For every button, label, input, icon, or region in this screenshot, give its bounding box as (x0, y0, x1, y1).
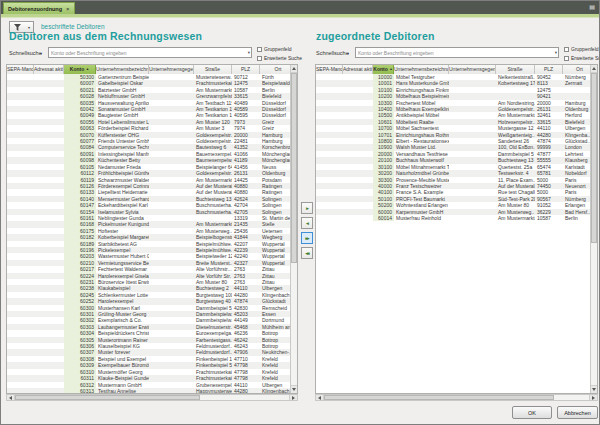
cell-adressat-aktiv (343, 215, 373, 221)
left-search-input[interactable] (51, 48, 241, 57)
table-body: 50300Gartenzentrum BeispielfurthMusterwi… (7, 74, 290, 393)
scroll-down-icon[interactable] (291, 385, 297, 393)
tab-list-icon[interactable]: ▤ (589, 4, 595, 11)
checkbox-label: Gruppenfeld (264, 46, 292, 52)
scrollbar-thumb[interactable] (591, 73, 597, 243)
cell-sepa-mandat (7, 388, 34, 393)
right-horizontal-scrollbar[interactable] (315, 394, 598, 401)
right-extended-search-checkbox[interactable]: Erweiterte Suche (564, 55, 600, 61)
cell-ort: Berlin (563, 215, 590, 221)
left-vertical-scrollbar[interactable] (290, 65, 297, 393)
cell-unternehmensbezeichnung: Musterfrau Reinhold (394, 215, 449, 221)
right-panel-title: zugeordnete Debitoren (316, 30, 435, 42)
scroll-right-icon[interactable] (289, 395, 297, 400)
column-header-sepa-mandat[interactable]: SEPA-Mandat (7, 65, 34, 74)
unassign-all-button[interactable]: ◂◂ (301, 247, 313, 259)
column-header-adressat-aktiv[interactable]: Adressat aktiv (34, 65, 64, 74)
right-groupfield-checkbox[interactable]: Gruppenfeld (564, 46, 599, 52)
chevron-down-icon: ▾ (28, 25, 30, 30)
assigned-debtors-table: SEPA-Mandat Adressat aktiv Konto ▲ Unter… (315, 64, 598, 394)
checkbox-box (257, 47, 262, 52)
column-header-unternehmensgegenstand[interactable]: Unternehmensgegenstand (449, 65, 496, 74)
table-row[interactable]: 60313Testfrau AnneliseHappymusterwe..442… (7, 388, 290, 393)
scroll-down-icon[interactable] (591, 385, 597, 393)
column-header-plz[interactable]: PLZ (535, 65, 563, 74)
scrollbar-thumb[interactable] (15, 395, 200, 400)
quick-search-label: Schnellsuche (9, 50, 42, 56)
right-search-input[interactable] (358, 48, 548, 57)
unassign-button[interactable]: ◂ (301, 217, 313, 229)
column-header-adressat-aktiv[interactable]: Adressat aktiv (343, 65, 373, 74)
column-header-sepa-mandat[interactable]: SEPA-Mandat (316, 65, 343, 74)
right-search-combo[interactable]: ▾ (355, 47, 559, 58)
tab-title: Debitorenzuordnung (8, 6, 62, 12)
checkbox-label: Gruppenfeld (571, 46, 599, 52)
column-header-unternehmensbezeichnung[interactable]: Unternehmensbezeichnung (394, 65, 449, 74)
cell-unternehmensbezeichnung: Testfrau Annelise (96, 388, 149, 393)
sort-asc-icon: ▲ (86, 67, 89, 71)
left-groupfield-checkbox[interactable]: Gruppenfeld (257, 46, 292, 52)
scrollbar-thumb[interactable] (291, 73, 297, 263)
left-panel-title: Debitoren aus dem Rechnungswesen (9, 30, 202, 42)
active-tab-strip (1, 14, 599, 18)
assign-button[interactable]: ▸ (301, 202, 313, 214)
labeled-debtors-link[interactable]: beschriftete Debitoren (41, 23, 105, 30)
chevron-down-icon[interactable]: ▾ (248, 50, 250, 55)
tab-close-icon[interactable]: × (66, 6, 70, 12)
column-header-unternehmensbezeichnung[interactable]: Unternehmensbezeichnung (96, 65, 149, 74)
cell-konto: 60313 (64, 388, 96, 393)
chevron-down-icon[interactable]: ▾ (347, 51, 349, 56)
cell-konto: 60014 (373, 215, 394, 221)
checkbox-box (564, 47, 569, 52)
assign-all-button[interactable]: ▸▸ (301, 232, 313, 244)
left-search-combo[interactable]: ▾ (48, 47, 252, 58)
cell-plz: 10587 (535, 215, 563, 221)
column-header-unternehmensgegenstand[interactable]: Unternehmensgegenstand (149, 65, 194, 74)
cell-sepa-mandat (316, 215, 343, 221)
scrollbar-thumb[interactable] (324, 395, 554, 400)
cell-adressat-aktiv (34, 388, 64, 393)
cell-unternehmensgegenstand (449, 215, 496, 221)
column-header-plz[interactable]: PLZ (232, 65, 260, 74)
right-vertical-scrollbar[interactable] (590, 65, 597, 393)
scroll-up-icon[interactable] (291, 65, 297, 73)
cell-plz: 44280 (232, 388, 260, 393)
scroll-left-icon[interactable] (316, 395, 324, 400)
left-horizontal-scrollbar[interactable] (6, 394, 298, 401)
accounting-debtors-table: SEPA-Mandat Adressat aktiv Konto ▲ Unter… (6, 64, 298, 394)
scroll-right-icon[interactable] (589, 395, 597, 400)
ok-button[interactable]: OK (512, 406, 552, 419)
scroll-up-icon[interactable] (591, 65, 597, 73)
table-body: 10000Möbel TestgruberNelkenteststraß..90… (316, 74, 590, 393)
cell-ort: Klingenbach (260, 388, 290, 393)
column-header-strasse[interactable]: Straße (496, 65, 535, 74)
tab-debitorenzuordnung[interactable]: Debitorenzuordnung × (3, 2, 75, 14)
cancel-button[interactable]: Abbrechen (557, 406, 598, 419)
checkbox-label: Erweiterte Suche (264, 55, 302, 61)
cell-strasse: Happymusterwe.. (194, 388, 232, 393)
column-header-konto[interactable]: Konto ▲ (64, 65, 96, 74)
checkbox-box (257, 56, 262, 61)
tab-bar: Debitorenzuordnung × ▤ (1, 1, 599, 14)
quick-search-label: Schnellsuche (316, 50, 349, 56)
scroll-left-icon[interactable] (7, 395, 15, 400)
left-extended-search-checkbox[interactable]: Erweiterte Suche (257, 55, 302, 61)
sort-asc-icon: ▲ (389, 67, 392, 71)
cell-unternehmensgegenstand (149, 388, 194, 393)
column-header-strasse[interactable]: Straße (194, 65, 232, 74)
table-row[interactable]: 60014Musterfrau ReinholdAm Mustermarkt..… (316, 215, 590, 221)
debitor-assignment-dialog: Debitorenzuordnung × ▤ ▾ beschriftete De… (0, 0, 600, 425)
checkbox-label: Erweiterte Suche (571, 55, 600, 61)
cell-strasse: Am Mustermarkt.. (496, 215, 535, 221)
column-header-konto[interactable]: Konto ▲ (373, 65, 394, 74)
chevron-down-icon[interactable]: ▾ (40, 51, 42, 56)
chevron-down-icon[interactable]: ▾ (555, 50, 557, 55)
checkbox-box (564, 56, 569, 61)
